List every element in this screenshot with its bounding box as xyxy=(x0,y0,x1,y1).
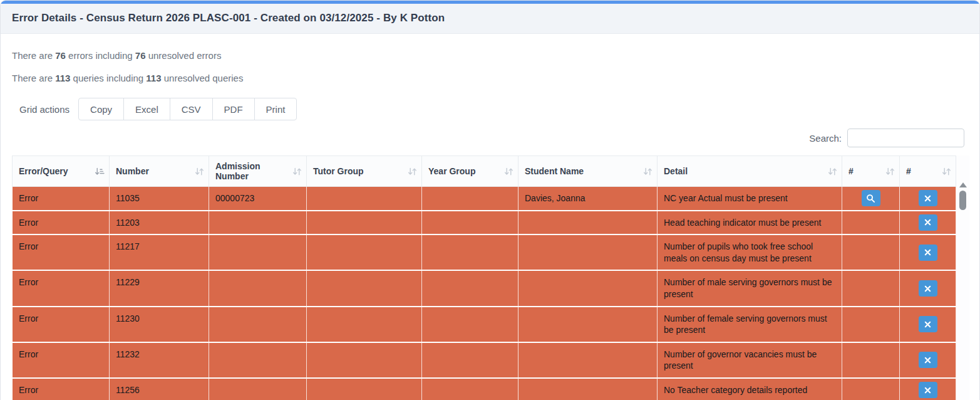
sort-active-icon xyxy=(95,167,105,176)
column-header-hash-8[interactable]: # xyxy=(900,156,956,187)
cell-action-dismiss xyxy=(900,270,956,306)
cell-detail: No Teacher category details reported xyxy=(658,378,842,400)
cell-admission-number xyxy=(209,211,307,235)
cell-type: Error xyxy=(13,270,110,306)
excel-button[interactable]: Excel xyxy=(123,98,170,120)
cell-student-name xyxy=(518,211,658,235)
sort-both-icon xyxy=(292,167,302,176)
cell-action-dismiss xyxy=(900,342,956,378)
cell-student-name xyxy=(518,307,658,342)
dismiss-row-button[interactable] xyxy=(919,214,937,231)
cell-action-dismiss xyxy=(900,307,956,342)
queries-summary: There are 113 queries including 113 unre… xyxy=(12,73,968,83)
cell-number: 11232 xyxy=(110,342,209,378)
dismiss-row-button[interactable] xyxy=(919,352,937,368)
sort-both-icon xyxy=(828,167,837,176)
cell-action-dismiss xyxy=(900,211,956,235)
table-body: Error1103500000723Davies, JoannaNC year … xyxy=(13,187,956,400)
cell-detail: Number of governor vacancies must be pre… xyxy=(658,342,842,378)
grid-actions-label: Grid actions xyxy=(19,104,70,115)
print-button[interactable]: Print xyxy=(254,98,297,120)
close-icon xyxy=(924,285,931,292)
search-input[interactable] xyxy=(847,129,964,147)
column-header-year-group[interactable]: Year Group xyxy=(422,156,518,187)
cell-tutor-group xyxy=(307,187,422,211)
dismiss-row-button[interactable] xyxy=(919,245,937,261)
close-icon xyxy=(924,219,931,226)
errors-summary: There are 76 errors including 76 unresol… xyxy=(12,50,968,61)
cell-action-search xyxy=(842,270,900,306)
cell-year-group xyxy=(422,211,518,235)
column-header-detail[interactable]: Detail xyxy=(658,156,842,187)
cell-year-group xyxy=(422,234,518,270)
cell-type: Error xyxy=(13,378,110,400)
scrollbar-thumb[interactable] xyxy=(959,191,966,210)
cell-admission-number xyxy=(209,307,307,342)
vertical-scrollbar[interactable] xyxy=(956,155,969,400)
cell-year-group xyxy=(422,270,518,306)
cell-student-name: Davies, Joanna xyxy=(518,187,658,211)
cell-action-search xyxy=(842,378,900,400)
table-row: Error11232Number of governor vacancies m… xyxy=(13,342,956,378)
table-header-row: Error/QueryNumberAdmission NumberTutor G… xyxy=(13,156,956,187)
csv-button[interactable]: CSV xyxy=(170,98,213,120)
cell-number: 11256 xyxy=(110,378,209,400)
dismiss-row-button[interactable] xyxy=(919,382,937,398)
cell-admission-number xyxy=(209,270,307,306)
errors-total-count: 76 xyxy=(55,50,66,61)
cell-year-group xyxy=(422,342,518,378)
sort-both-icon xyxy=(408,167,417,176)
card-body: There are 76 errors including 76 unresol… xyxy=(1,50,979,400)
cell-detail: Number of pupils who took free school me… xyxy=(658,234,842,270)
search-row-button[interactable] xyxy=(862,190,880,206)
copy-button[interactable]: Copy xyxy=(78,98,124,120)
errors-unresolved-count: 76 xyxy=(135,50,146,61)
search-row: Search: xyxy=(12,129,964,147)
cell-student-name xyxy=(518,234,658,270)
column-header-tutor-group[interactable]: Tutor Group xyxy=(307,156,422,187)
magnifier-icon xyxy=(866,194,875,203)
queries-unresolved-count: 113 xyxy=(146,73,161,83)
sort-both-icon xyxy=(504,167,513,176)
column-header-error-query[interactable]: Error/Query xyxy=(13,156,110,187)
cell-admission-number xyxy=(209,342,307,378)
close-icon xyxy=(924,195,931,202)
page-title: Error Details - Census Return 2026 PLASC… xyxy=(12,12,968,24)
error-details-card: Error Details - Census Return 2026 PLASC… xyxy=(0,0,980,400)
table-row: Error11203Head teaching indicator must b… xyxy=(13,211,956,235)
sort-both-icon xyxy=(195,167,204,176)
card-header: Error Details - Census Return 2026 PLASC… xyxy=(1,4,979,34)
table-row: Error11256No Teacher category details re… xyxy=(13,378,956,400)
dismiss-row-button[interactable] xyxy=(919,190,937,206)
cell-tutor-group xyxy=(307,342,422,378)
sort-both-icon xyxy=(643,167,652,176)
cell-number: 11217 xyxy=(110,234,209,270)
dismiss-row-button[interactable] xyxy=(919,280,937,297)
cell-year-group xyxy=(422,378,518,400)
column-header-number[interactable]: Number xyxy=(110,156,209,187)
cell-number: 11203 xyxy=(110,211,209,235)
cell-admission-number xyxy=(209,234,307,270)
cell-action-search xyxy=(842,307,900,342)
cell-number: 11229 xyxy=(110,270,209,306)
cell-action-search xyxy=(842,211,900,235)
cell-type: Error xyxy=(13,187,110,211)
pdf-button[interactable]: PDF xyxy=(212,98,255,120)
cell-detail: Number of male serving governors must be… xyxy=(658,270,842,306)
cell-type: Error xyxy=(13,307,110,342)
cell-student-name xyxy=(518,342,658,378)
cell-type: Error xyxy=(13,342,110,378)
column-header-admission-number[interactable]: Admission Number xyxy=(209,156,307,187)
column-header-student-name[interactable]: Student Name xyxy=(518,156,658,187)
cell-action-search xyxy=(842,342,900,378)
column-header-hash-7[interactable]: # xyxy=(842,156,900,187)
cell-detail: NC year Actual must be present xyxy=(658,187,842,211)
scroll-up-icon[interactable] xyxy=(959,182,967,187)
cell-action-dismiss xyxy=(900,234,956,270)
table-row: Error1103500000723Davies, JoannaNC year … xyxy=(13,187,956,211)
cell-admission-number xyxy=(209,378,307,400)
sort-both-icon xyxy=(885,167,895,176)
dismiss-row-button[interactable] xyxy=(919,316,937,332)
grid-actions-group: CopyExcelCSVPDFPrint xyxy=(78,98,297,120)
table-row: Error11217Number of pupils who took free… xyxy=(13,234,956,270)
